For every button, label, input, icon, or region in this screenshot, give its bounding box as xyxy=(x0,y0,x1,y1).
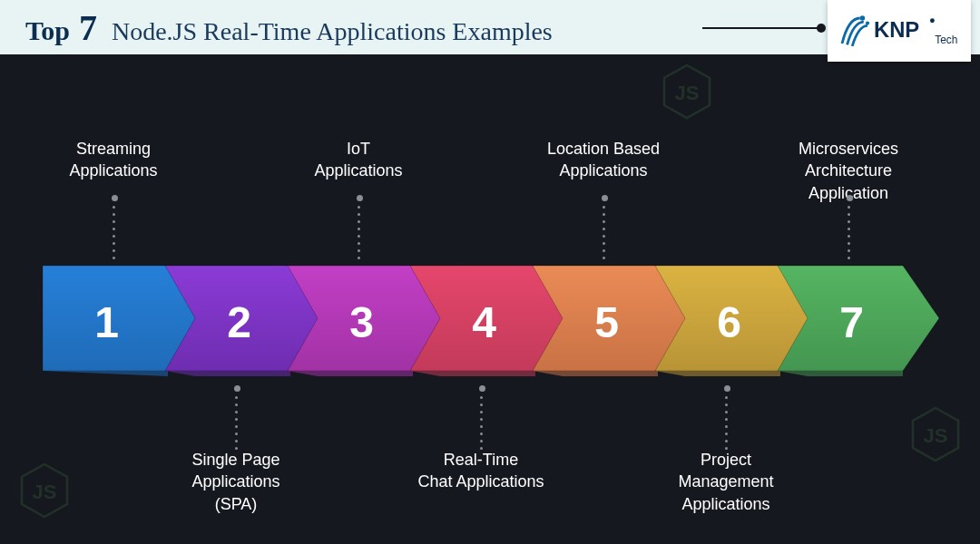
nodejs-hex-icon: JS xyxy=(20,462,69,519)
nodejs-hex-icon: JS xyxy=(911,406,960,462)
step-label-3: IoTApplications xyxy=(277,138,440,182)
svg-text:KNP: KNP xyxy=(874,17,919,42)
step-label-5: Location BasedApplications xyxy=(522,138,685,182)
connector-dots xyxy=(112,195,115,263)
svg-point-0 xyxy=(860,15,866,21)
header-bar: Top 7 Node.JS Real-Time Applications Exa… xyxy=(0,0,980,54)
header-connector-line xyxy=(702,27,820,29)
svg-text:JS: JS xyxy=(924,424,948,447)
svg-point-3 xyxy=(930,18,935,23)
nodejs-hex-icon: JS xyxy=(662,63,711,120)
step-number: 3 xyxy=(286,267,417,376)
connector-dots xyxy=(724,385,728,449)
step-label-4: Real-TimeChat Applications xyxy=(399,449,563,493)
step-number: 7 xyxy=(776,267,907,376)
step-number: 6 xyxy=(653,267,785,376)
step-label-2: Single PageApplications(SPA) xyxy=(154,449,318,515)
connector-dots xyxy=(847,195,850,263)
connector-dots xyxy=(234,385,238,449)
arrow-step-7: 7 xyxy=(776,267,935,376)
connector-dots xyxy=(479,385,483,449)
title-number: 7 xyxy=(79,6,97,49)
step-number: 2 xyxy=(163,267,295,376)
page-title: Top 7 Node.JS Real-Time Applications Exa… xyxy=(25,6,553,49)
step-label-1: StreamingApplications xyxy=(32,138,195,182)
step-number: 4 xyxy=(408,267,540,376)
connector-dots xyxy=(357,195,360,263)
connector-dots xyxy=(602,195,605,263)
svg-text:Tech: Tech xyxy=(935,34,957,46)
title-subtitle: Node.JS Real-Time Applications Examples xyxy=(112,17,553,46)
svg-text:JS: JS xyxy=(675,82,700,104)
brand-logo: KNP Tech xyxy=(828,0,971,62)
step-label-6: ProjectManagementApplications xyxy=(644,449,808,515)
step-number: 5 xyxy=(531,267,662,376)
arrow-diagram: 1 2 3 4 xyxy=(41,267,948,394)
title-top: Top xyxy=(25,15,70,46)
svg-point-1 xyxy=(866,22,869,25)
step-number: 1 xyxy=(41,267,172,376)
svg-text:JS: JS xyxy=(33,481,57,503)
step-label-7: MicroservicesArchitecture Application xyxy=(767,138,930,204)
